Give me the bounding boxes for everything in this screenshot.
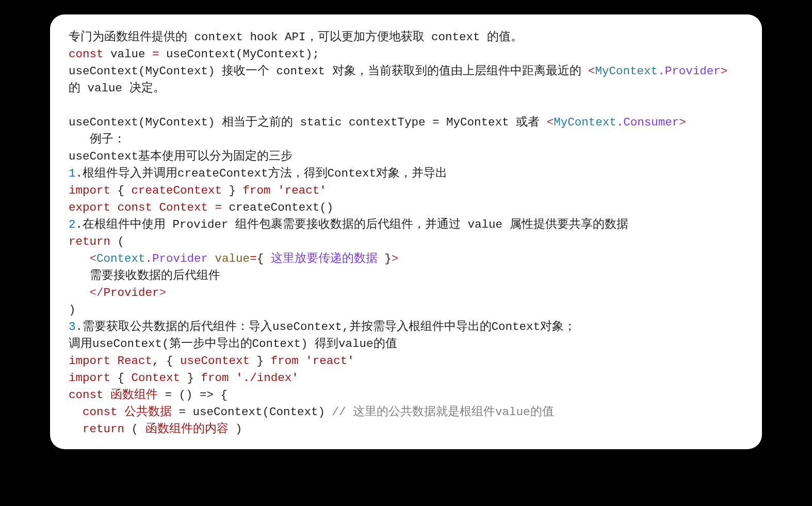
brace: { <box>166 354 180 368</box>
space <box>104 388 111 402</box>
keyword-const: const <box>69 48 104 61</box>
dot: . <box>616 116 624 129</box>
angle-bracket: < <box>547 116 554 129</box>
brace: { <box>118 371 132 385</box>
code-text: 调用useContext(第一步中导出的Context) 得到value的值 <box>69 337 397 351</box>
placeholder-text: 这里放要传递的数据 <box>271 252 378 265</box>
code-text: useContext(MyContext) 接收一个 context 对象，当前… <box>69 65 588 78</box>
dot: . <box>658 65 665 78</box>
indent <box>69 286 90 299</box>
code-text: 根组件导入并调用createContext方法，得到Context对象，并导出 <box>83 167 447 180</box>
space <box>208 252 215 265</box>
string-literal: './index' <box>236 371 299 385</box>
paren: ) <box>229 422 242 436</box>
keyword-import: import <box>69 354 110 368</box>
space <box>110 371 118 385</box>
code-text: useContext(MyContext) 相当于之前的 static cont… <box>69 116 547 129</box>
keyword-from: from <box>201 371 229 385</box>
brace: { <box>257 252 271 265</box>
angle-bracket: > <box>159 286 167 299</box>
code-text: 在根组件中使用 Provider 组件包裹需要接收数据的后代组件，并通过 val… <box>83 218 628 231</box>
brace: } <box>222 184 236 197</box>
keyword-return: return <box>69 235 110 248</box>
comma: , <box>152 354 166 368</box>
identifier: 函数组件的内容 <box>145 422 229 436</box>
tag-name: Context <box>96 252 145 265</box>
identifier: Context <box>159 201 208 214</box>
identifier: useContext <box>180 354 250 368</box>
tag-member: Provider <box>152 252 208 265</box>
dot: . <box>76 320 83 334</box>
tag-name: Provider <box>104 286 159 299</box>
code-text: 需要接收数据的后代组件 <box>69 269 220 282</box>
operator-equals: = <box>152 48 159 61</box>
code-text: 需要获取公共数据的后代组件：导入useContext,并按需导入根组件中导出的C… <box>83 320 576 334</box>
code-line: 专门为函数组件提供的 context hook API，可以更加方便地获取 co… <box>69 30 523 44</box>
string-literal: 'react' <box>278 184 327 197</box>
indent <box>69 422 83 436</box>
code-card: 专门为函数组件提供的 context hook API，可以更加方便地获取 co… <box>50 14 762 449</box>
space <box>110 354 118 368</box>
keyword-import: import <box>69 371 110 385</box>
identifier: createContext <box>132 184 222 197</box>
keyword-return: return <box>83 422 124 436</box>
code-text: createContext() <box>222 201 333 214</box>
code-text: useContext(MyContext); <box>159 48 320 61</box>
space <box>152 201 159 214</box>
space <box>110 184 118 197</box>
code-text: value <box>104 48 153 61</box>
comment: // 这里的公共数据就是根组件value的值 <box>332 405 554 419</box>
brace: { <box>118 184 132 197</box>
operator-equals: = <box>215 201 222 214</box>
step-number: 2 <box>69 218 76 231</box>
angle-bracket: < <box>588 65 595 78</box>
angle-bracket: < <box>90 286 97 299</box>
indent <box>69 405 83 419</box>
paren: ( <box>124 422 145 436</box>
dot: . <box>76 218 83 231</box>
code-text: ( <box>110 235 124 248</box>
code-text: 例子： <box>69 133 125 146</box>
slash: / <box>96 286 104 299</box>
tag-name: MyContext <box>554 116 616 129</box>
jsx-attr: value <box>215 252 250 265</box>
tag-member: Consumer <box>623 116 679 129</box>
space <box>299 354 306 368</box>
space <box>208 201 215 214</box>
identifier: Context <box>132 371 181 385</box>
keyword-const: const <box>118 201 153 214</box>
brace: } <box>378 252 392 265</box>
string-literal: 'react' <box>305 354 354 368</box>
code-text: = () => { <box>158 388 228 402</box>
code-text: = useContext(Context) <box>172 405 332 419</box>
dot: . <box>76 167 83 180</box>
angle-bracket: > <box>679 116 686 129</box>
space <box>236 184 243 197</box>
code-text: ) <box>69 303 76 317</box>
keyword-from: from <box>271 354 299 368</box>
space <box>194 371 201 385</box>
angle-bracket: < <box>90 252 97 265</box>
space <box>264 354 271 368</box>
keyword-export: export <box>69 201 110 214</box>
code-text: useContext基本使用可以分为固定的三步 <box>69 150 293 163</box>
identifier: React <box>118 354 153 368</box>
keyword-const: const <box>83 405 118 419</box>
step-number: 1 <box>69 167 76 180</box>
tag-member: Provider <box>665 65 721 78</box>
brace: } <box>180 371 194 385</box>
dot: . <box>145 252 153 265</box>
indent <box>69 252 90 265</box>
brace: } <box>250 354 264 368</box>
step-number: 3 <box>69 320 76 334</box>
space <box>229 371 236 385</box>
keyword-from: from <box>243 184 271 197</box>
identifier: 函数组件 <box>110 388 158 402</box>
identifier: 公共数据 <box>124 405 172 419</box>
keyword-import: import <box>69 184 110 197</box>
tag-name: MyContext <box>595 65 658 78</box>
keyword-const: const <box>69 388 104 402</box>
space <box>110 201 118 214</box>
space <box>271 184 278 197</box>
angle-bracket: > <box>721 65 728 78</box>
